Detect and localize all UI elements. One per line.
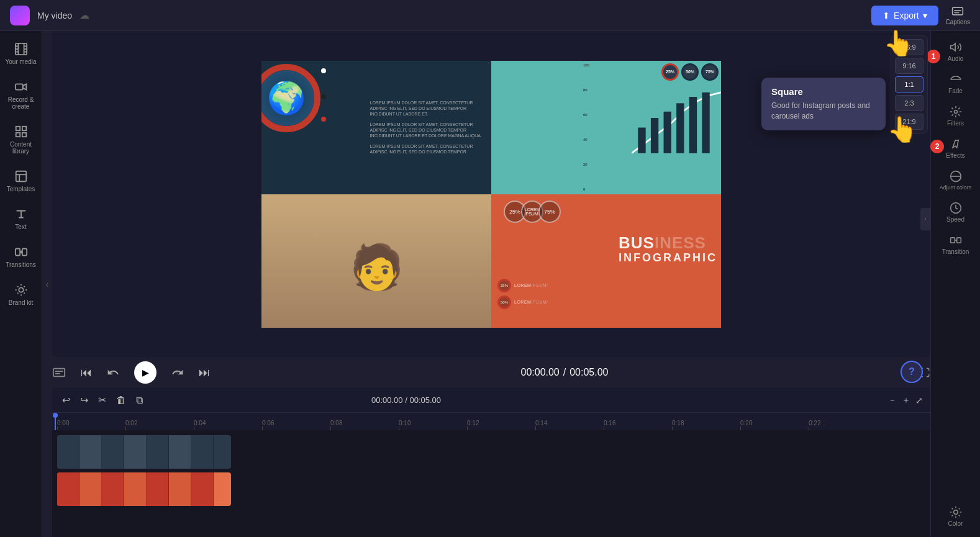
svg-rect-1 (954, 10, 961, 11)
transition-icon (950, 234, 962, 246)
color-icon (950, 506, 962, 518)
coral-frame-7 (191, 472, 214, 506)
help-button[interactable]: ? (901, 361, 923, 383)
sidebar-item-templates[interactable]: Templates (2, 163, 40, 199)
sidebar-label-your-media: Your media (5, 58, 36, 65)
play-button[interactable]: ▶ (134, 361, 157, 384)
transitions-icon (14, 245, 28, 259)
right-panel-collapse[interactable]: › (920, 208, 930, 230)
zoom-fit-button[interactable]: ⤢ (915, 395, 923, 405)
app-logo (10, 6, 30, 25)
svg-rect-29 (53, 369, 65, 377)
info-text-block: LOREM IPSUM DOLOR SIT AMET, CONSECTETUR … (365, 61, 492, 194)
track-clip-1[interactable] (57, 435, 231, 469)
svg-point-22 (19, 287, 23, 292)
cut-button[interactable]: ✂ (96, 392, 109, 408)
ruler-mark-10: 0:10 (396, 420, 465, 430)
captions-icon (951, 5, 964, 17)
aspect-21-9-button[interactable]: 21:9 (895, 114, 923, 130)
sidebar-item-transitions[interactable]: Transitions (2, 239, 40, 274)
sidebar-item-brand-kit[interactable]: Brand kit (2, 277, 40, 312)
coral-frame-5 (147, 472, 169, 506)
svg-text:5: 5 (176, 371, 178, 375)
sidebar-label-text: Text (15, 223, 26, 230)
aspect-16-9-button[interactable]: 16:9 (895, 39, 923, 55)
time-display: 00:00.00 / 00:05.00 (225, 367, 904, 378)
svg-rect-16 (22, 133, 25, 137)
right-item-fade[interactable]: Fade (933, 68, 978, 99)
lorem-text-1: LOREMIPSUM/ (514, 283, 548, 287)
cursor-badge-2: 2 (930, 140, 944, 153)
timeline-ruler: 0:00 0:02 0:04 0:06 (52, 413, 930, 430)
right-item-speed[interactable]: Speed (933, 197, 978, 228)
ruler-mark-12: 0:12 (465, 420, 533, 430)
export-button[interactable]: ⬆ Export ▾ (871, 6, 938, 25)
svg-rect-26 (676, 103, 684, 153)
sidebar-label-record-create: Record & create (8, 96, 34, 110)
timeline-current-time: 00:00.00 (371, 395, 403, 405)
sidebar-label-templates: Templates (7, 186, 35, 192)
globe-icon: 🌍 (261, 70, 314, 126)
bar-chart: 100806040200 (583, 61, 721, 194)
bullet-3 (321, 117, 326, 122)
forward-5-button[interactable]: 5 (171, 366, 184, 379)
preview-cell-top-right: 25% 50% 75% 100806040200 (491, 61, 721, 194)
svg-text:5: 5 (111, 371, 113, 375)
person-silhouette: 🧑 (350, 241, 404, 292)
donut-circle-1: 25% (497, 279, 511, 292)
frame-6 (169, 435, 191, 469)
track-clip-2[interactable] (57, 472, 231, 506)
zoom-in-button[interactable]: ＋ (902, 395, 910, 406)
donut-item-1: 25% LOREMIPSUM/ (497, 279, 548, 292)
film-icon (14, 42, 28, 56)
frame-2 (79, 435, 102, 469)
redo-button[interactable]: ↪ (78, 392, 91, 408)
captions-toggle-button[interactable] (52, 366, 66, 379)
aspect-1-1-button[interactable]: 1:1 (895, 76, 923, 93)
left-sidebar-collapse[interactable]: ‹ (42, 31, 52, 537)
topbar: My video ☁ ⬆ Export ▾ Captions (0, 0, 980, 31)
ruler-mark-14: 0:14 (533, 420, 601, 430)
right-item-transition[interactable]: Transition (933, 229, 978, 260)
svg-rect-38 (950, 238, 955, 243)
aspect-2-3-button[interactable]: 2:3 (895, 95, 923, 111)
donut-item-2: 50% LOREMIPSUM/ (497, 296, 548, 309)
right-item-color[interactable]: Color (933, 501, 978, 532)
captions-label: Captions (946, 19, 970, 25)
right-item-filters[interactable]: Filters (933, 101, 978, 132)
rewind-icon: 5 (107, 366, 119, 379)
svg-rect-2 (954, 12, 959, 14)
svg-rect-24 (651, 118, 658, 153)
world-map: 🌍 (261, 64, 320, 132)
filmstrip-2 (57, 472, 214, 506)
sidebar-item-your-media[interactable]: Your media (2, 36, 40, 71)
line-chart-svg (632, 61, 721, 194)
sidebar-item-content-library[interactable]: Content library (2, 119, 40, 161)
skip-back-button[interactable]: ⏮ (81, 366, 92, 379)
duplicate-button[interactable]: ⧉ (134, 392, 145, 408)
skip-forward-button[interactable]: ⏭ (199, 366, 210, 379)
undo-button[interactable]: ↩ (60, 392, 73, 408)
captions-button[interactable]: Captions (946, 5, 970, 25)
delete-button[interactable]: 🗑 (114, 392, 129, 408)
project-name[interactable]: My video (37, 11, 72, 20)
frame-5 (147, 435, 169, 469)
timeline-time-display: 00:00.00 / 00:05.00 (371, 395, 441, 405)
aspect-9-16-button[interactable]: 9:16 (895, 58, 923, 74)
timeline-tracks (52, 430, 930, 537)
cloud-icon: ☁ (79, 9, 89, 21)
sidebar-item-record-create[interactable]: Record & create (2, 74, 40, 116)
time-total: 00:05.00 (569, 367, 608, 378)
svg-rect-17 (16, 171, 26, 182)
sidebar-label-content-library: Content library (5, 141, 37, 155)
sidebar-item-text[interactable]: Text (2, 201, 40, 237)
coral-frame-1 (57, 472, 79, 506)
svg-rect-39 (956, 238, 961, 243)
zoom-out-button[interactable]: － (888, 395, 897, 406)
ruler-marks: 0:00 0:02 0:04 0:06 (52, 413, 930, 430)
right-item-adjust-colors[interactable]: Adjust colors (933, 165, 978, 196)
right-item-audio[interactable]: Audio (933, 36, 978, 67)
rewind-5-button[interactable]: 5 (107, 366, 119, 379)
coral-frame-6 (169, 472, 191, 506)
info-text-3: LOREM IPSUM DOLOR SIT AMET, CONSECTETUR … (370, 143, 487, 155)
